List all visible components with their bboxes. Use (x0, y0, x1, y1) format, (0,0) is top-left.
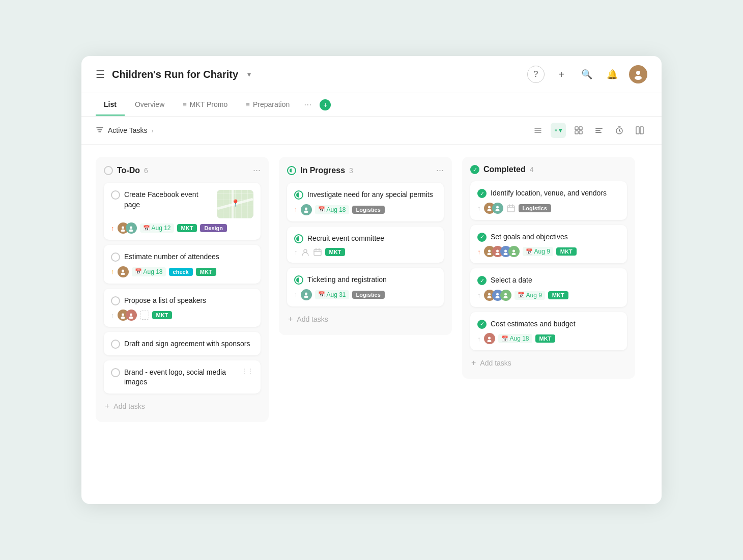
svg-rect-4 (556, 129, 557, 131)
user-avatar[interactable] (629, 65, 647, 83)
tag-logistics[interactable]: Logistics (519, 204, 551, 212)
project-dropdown-icon[interactable]: ▾ (247, 70, 251, 78)
tab-overview[interactable]: Overview (127, 94, 173, 116)
task-checkbox[interactable] (111, 190, 120, 200)
task-checkbox[interactable] (294, 190, 303, 200)
tag-mkt[interactable]: MKT (556, 247, 577, 256)
add-button[interactable]: + (553, 66, 570, 83)
task-title: Ticketing and registration (307, 275, 387, 285)
date-label: Aug 18 (327, 206, 346, 213)
header-right: ? + 🔍 🔔 (527, 65, 647, 83)
tag-mkt[interactable]: MKT (196, 268, 216, 276)
svg-point-0 (636, 71, 640, 75)
task-checkbox[interactable] (294, 275, 303, 285)
priority-up-icon: ↑ (294, 291, 298, 298)
add-tasks-button-completed[interactable]: + Add tasks (470, 355, 627, 371)
task-card-sponsors[interactable]: Draft and sign agreement with sponsors (104, 332, 261, 355)
toolbar-right: ▾ (530, 123, 647, 138)
person-placeholder (301, 247, 310, 257)
view-split-icon[interactable] (632, 123, 647, 138)
avatar-group (118, 222, 137, 234)
date-label: Aug 9 (534, 248, 550, 255)
view-board-icon[interactable]: ▾ (551, 123, 566, 138)
date-badge: 📅 Aug 18 (132, 267, 166, 276)
tab-preparation[interactable]: ≡ Preparation (238, 94, 298, 116)
tabs-more-icon[interactable]: ··· (300, 93, 316, 116)
tag-mkt[interactable]: MKT (152, 311, 173, 319)
task-card-select-date[interactable]: ✓ Select a date ↑ (470, 268, 627, 307)
column-inprogress: In Progress 3 ··· Investigate need for a… (279, 157, 452, 335)
task-meta: ↑ 📅 Aug 18 Logistics (294, 204, 437, 215)
date-badge: 📅 Aug 9 (515, 291, 545, 300)
task-checkbox[interactable] (111, 253, 120, 262)
task-checkbox[interactable] (111, 340, 120, 349)
task-card-committee[interactable]: Recruit event committee ↑ MKT (287, 227, 444, 263)
task-checkbox[interactable] (111, 368, 120, 377)
task-title: Identify location, venue, and vendors (491, 188, 607, 199)
svg-point-17 (130, 226, 132, 229)
todo-column-more-icon[interactable]: ··· (253, 165, 261, 176)
view-timer-icon[interactable] (612, 123, 627, 138)
svg-point-46 (496, 293, 499, 296)
task-checkbox[interactable]: ✓ (477, 320, 487, 329)
task-meta: ↑ 📅 Aug 18 check MKT (111, 266, 253, 277)
column-completed: ✓ Completed 4 ✓ Identify location, venue… (462, 157, 635, 379)
board: To-Do 6 ··· Create Facebook event page (81, 145, 662, 504)
menu-icon[interactable]: ☰ (96, 68, 105, 80)
task-checkbox[interactable]: ✓ (477, 276, 487, 285)
tag-mkt[interactable]: MKT (177, 224, 197, 232)
task-title: Create Facebook event page (124, 190, 213, 210)
task-checkbox[interactable] (294, 234, 303, 243)
task-card-create-facebook[interactable]: Create Facebook event page 📍 ↑ (104, 183, 261, 240)
task-card-location[interactable]: ✓ Identify location, venue, and vendors … (470, 181, 627, 220)
add-tasks-button-inprogress[interactable]: + Add tasks (287, 312, 444, 327)
task-title: Select a date (491, 275, 532, 286)
task-title: Propose a list of speakers (124, 296, 206, 306)
tag-mkt[interactable]: MKT (548, 291, 568, 299)
tag-logistics[interactable]: Logistics (352, 206, 385, 214)
avatar-group (118, 310, 137, 321)
toolbar: Active Tasks › ▾ (81, 117, 662, 145)
task-checkbox[interactable]: ✓ (477, 233, 487, 242)
app-container: ☰ Children's Run for Charity ▾ ? + 🔍 🔔 L… (81, 56, 662, 504)
task-card-permits[interactable]: Investigate need for any special permits… (287, 183, 444, 221)
tag-design[interactable]: Design (200, 224, 227, 232)
inprogress-column-more-icon[interactable]: ··· (436, 165, 444, 176)
tag-check[interactable]: check (169, 268, 193, 276)
svg-point-30 (304, 296, 308, 298)
view-grid-icon[interactable] (571, 123, 586, 138)
svg-point-32 (488, 209, 492, 212)
help-button[interactable]: ? (527, 66, 545, 83)
svg-point-41 (504, 253, 508, 255)
task-card-budget[interactable]: ✓ Cost estimates and budget ↑ 📅 Aug 18 M… (470, 312, 627, 351)
svg-point-39 (496, 253, 500, 255)
date-badge: 📅 Aug 18 (498, 334, 532, 343)
tag-mkt[interactable]: MKT (325, 248, 346, 256)
search-button[interactable]: 🔍 (578, 66, 595, 83)
svg-point-49 (504, 296, 508, 299)
date-badge: 📅 Aug 31 (315, 290, 349, 299)
task-checkbox-title: Propose a list of speakers (111, 296, 253, 306)
notifications-button[interactable]: 🔔 (604, 66, 621, 83)
svg-rect-7 (575, 131, 578, 134)
task-card-estimate[interactable]: Estimate number of attendees ↑ 📅 Aug 18 … (104, 245, 261, 284)
svg-rect-8 (579, 131, 582, 134)
task-meta: ↑ 📅 Aug 31 Logistics (294, 289, 437, 300)
priority-up-icon: ↑ (294, 248, 298, 256)
task-card-goals[interactable]: ✓ Set goals and objectives ↑ (470, 225, 627, 264)
task-card-ticketing[interactable]: Ticketing and registration ↑ 📅 Aug 31 Lo… (287, 268, 444, 306)
add-tab-button[interactable]: + (320, 99, 331, 110)
todo-status-icon (104, 166, 113, 175)
tab-mkt-promo[interactable]: ≡ MKT Promo (175, 94, 236, 116)
tag-mkt[interactable]: MKT (535, 334, 556, 343)
task-card-brand[interactable]: Brand - event logo, social media images … (104, 360, 261, 394)
view-list-icon[interactable] (530, 123, 546, 138)
view-timeline-icon[interactable] (591, 123, 607, 138)
tab-list[interactable]: List (96, 94, 125, 116)
task-checkbox[interactable]: ✓ (477, 189, 487, 198)
tabs-bar: List Overview ≡ MKT Promo ≡ Preparation … (81, 93, 662, 117)
tag-logistics[interactable]: Logistics (352, 291, 385, 299)
add-tasks-button-todo[interactable]: + Add tasks (104, 399, 261, 414)
task-checkbox[interactable] (111, 296, 120, 305)
task-card-speakers[interactable]: Propose a list of speakers ↑ MKT (104, 289, 261, 327)
